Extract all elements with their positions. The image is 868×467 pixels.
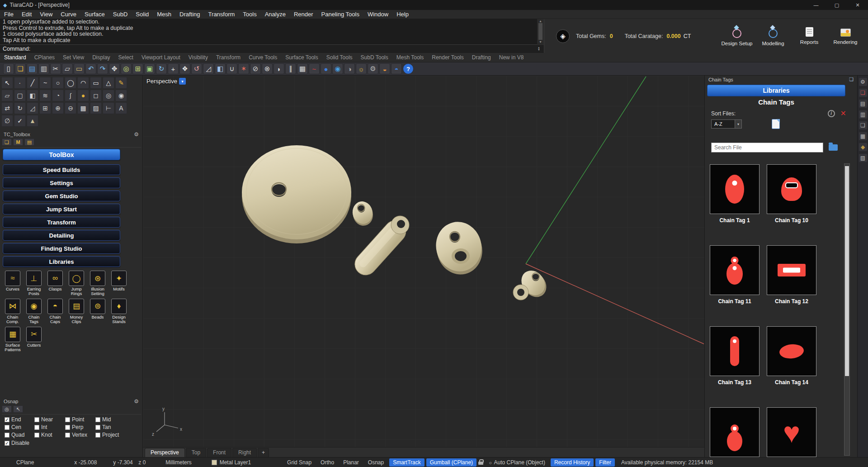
toolbox-section-button[interactable]: Libraries [3, 256, 120, 267]
checkbox-box[interactable] [5, 433, 9, 438]
dropdown-arrow-icon[interactable]: ▾ [735, 120, 741, 128]
viewport-tab[interactable]: Front [207, 448, 231, 457]
viewport-tab[interactable]: Top [186, 448, 206, 457]
scale-icon[interactable]: ◿ [203, 63, 214, 74]
small-ring-tag-object[interactable] [513, 266, 551, 302]
toolbar-tab[interactable]: Transform [212, 54, 245, 61]
material-icon[interactable]: ◒ [379, 63, 390, 74]
zoom-extents-icon[interactable]: ▣ [144, 63, 155, 74]
box-tool-icon[interactable]: ◻ [90, 90, 102, 101]
osnap-checkbox[interactable]: Perp [65, 424, 95, 430]
osnap-target-icon[interactable]: ◎ [2, 405, 12, 413]
toolbox-section-button[interactable]: Detailing [3, 230, 120, 241]
cplane-button[interactable]: CPlane [16, 459, 34, 466]
search-input[interactable] [711, 143, 823, 152]
minimize-button[interactable]: — [806, 0, 826, 10]
menu-item[interactable]: Mesh [153, 11, 175, 18]
redo-icon[interactable]: ↷ [97, 63, 108, 74]
library-item[interactable]: ▦ Surface Patterns [2, 327, 23, 353]
hatch-tool-icon[interactable]: ▨ [90, 102, 102, 114]
chain-tag-tile[interactable] [710, 326, 760, 376]
command-input[interactable] [33, 46, 538, 52]
dimension-tool-icon[interactable]: ⊢ [103, 102, 114, 114]
status-toggle[interactable]: Auto CPlane (Object) [486, 458, 549, 467]
copy-icon[interactable]: ▱ [62, 63, 73, 74]
chain-tag-tile[interactable] [767, 326, 816, 376]
chain-tag-tile[interactable] [710, 407, 760, 457]
point-tool-icon[interactable]: ∙ [14, 77, 26, 89]
check-tool-icon[interactable]: ✓ [14, 115, 26, 127]
plane-tool-icon[interactable]: ▢ [14, 90, 26, 101]
toolbox-section-button[interactable]: Jump Start [3, 204, 120, 214]
checkbox-box[interactable] [95, 417, 100, 422]
toolbar-tab[interactable]: Standard [0, 54, 30, 61]
toolbox-section-button[interactable]: Settings [3, 177, 120, 188]
cut-icon[interactable]: ✂ [50, 63, 61, 74]
viewport-tab[interactable]: + [258, 448, 269, 457]
offset-icon[interactable]: ∥ [285, 63, 296, 74]
panel-tab-title[interactable]: Chain Tags [708, 77, 733, 82]
menu-item[interactable]: Solid [132, 11, 153, 18]
osnap-checkbox[interactable]: Tan [95, 424, 131, 430]
library-item[interactable]: ⊚ Beads [87, 299, 108, 324]
polygon-tool-icon[interactable]: △ [103, 77, 114, 89]
toolbar-tab[interactable]: Visibility [184, 54, 212, 61]
status-toggle[interactable]: Gumball (CPlane) [426, 458, 476, 467]
toolbox-section-button[interactable]: Transform [3, 217, 120, 228]
arc-tool-icon[interactable]: ◠ [77, 77, 89, 89]
checkbox-box[interactable] [65, 417, 70, 422]
toolbar-tab[interactable]: SubD Tools [357, 54, 392, 61]
osnap-checkbox[interactable]: Project [95, 432, 131, 438]
viewport-dropdown-icon[interactable]: ▾ [179, 78, 186, 85]
checkbox-box[interactable] [34, 425, 39, 430]
layer-button[interactable]: Metal Layer1 [212, 459, 251, 466]
library-item[interactable]: ◓ Chain Caps [45, 299, 66, 324]
scrollbar-thumb[interactable] [845, 166, 849, 376]
status-toggle[interactable]: Osnap [364, 458, 387, 467]
units-button[interactable]: Millimeters [165, 459, 191, 466]
pan-view-icon[interactable]: ✥ [109, 63, 120, 74]
help-icon[interactable]: ? [403, 63, 414, 74]
menu-item[interactable]: Edit [18, 11, 36, 18]
chain-tag-tile[interactable] [767, 407, 816, 457]
viewport-scene[interactable]: Perspective ▾ [143, 76, 704, 447]
zoom-dynamic-icon[interactable]: ◎ [121, 63, 132, 74]
status-toggle[interactable]: Grid Snap [283, 458, 315, 467]
sort-dropdown[interactable]: A-Z ▾ [711, 119, 742, 129]
library-item[interactable]: ✂ Cutters [24, 327, 44, 353]
osnap-checkbox[interactable]: Quad [5, 432, 34, 438]
gear-icon[interactable]: ⚙ [134, 398, 139, 405]
osnap-checkbox[interactable]: Cen [5, 424, 34, 430]
folder-tab-icon[interactable]: ❏ [2, 138, 12, 146]
curve-tool-icon[interactable]: ~ [39, 77, 51, 89]
menu-item[interactable]: SubD [109, 11, 132, 18]
library-item[interactable]: ⊛ Illusion Setting [87, 271, 108, 296]
status-toggle[interactable]: SmartTrack [389, 458, 425, 467]
move-icon[interactable]: + [168, 63, 179, 74]
status-toggle[interactable]: Filter [595, 458, 615, 467]
gear-icon[interactable]: ⚙ [859, 78, 867, 86]
chain-tag-item[interactable]: Chain Tag 14 [766, 326, 817, 386]
command-area[interactable]: 1 open polysurface added to selection.Pr… [0, 19, 544, 53]
explode-icon[interactable]: ✶ [238, 63, 249, 74]
library-item[interactable]: ◯ Jump Rings [66, 271, 87, 296]
library-item[interactable]: ◉ Chain Tags [24, 299, 44, 324]
osnap-checkbox[interactable]: Vertex [65, 432, 95, 438]
library-item[interactable]: ▤ Money Clips [66, 299, 87, 324]
materials-panel-icon[interactable]: ▦ [859, 132, 867, 140]
sweep-tool-icon[interactable]: ∫ [65, 90, 76, 101]
close-library-icon[interactable]: ✕ [840, 109, 846, 118]
scale-tool-icon[interactable]: ◿ [27, 102, 38, 114]
mirror-icon[interactable]: ◧ [215, 63, 226, 74]
move-tool-icon[interactable]: ⇄ [1, 102, 13, 114]
viewport-label[interactable]: Perspective ▾ [146, 78, 186, 85]
toolbar-tab[interactable]: New in V8 [495, 54, 528, 61]
toolbox-section-button[interactable]: Gem Studio [3, 191, 120, 201]
osnap-checkbox[interactable]: End [5, 416, 34, 423]
toolbar-tab[interactable]: Surface Tools [281, 54, 322, 61]
fillet-icon[interactable]: ◗ [274, 63, 284, 74]
library-item[interactable]: ∞ Clasps [45, 271, 66, 296]
bar-tag-object[interactable] [350, 216, 410, 280]
checkbox-box[interactable] [5, 441, 9, 446]
rotate-tool-icon[interactable]: ↻ [14, 102, 26, 114]
